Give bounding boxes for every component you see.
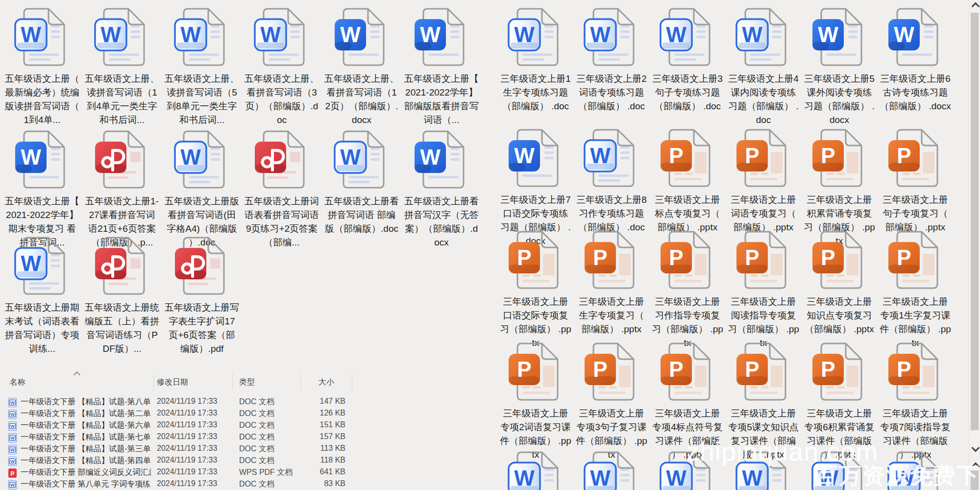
file-name: 五年级语文上册（最新编必考）统编版读拼音写词语（1到4单...: [5, 72, 79, 127]
file-list-row[interactable]: W一年级语文下册 【精品】试题-第六单元...2024/11/19 17:33D…: [0, 420, 372, 432]
svg-text:W: W: [10, 459, 15, 464]
file-list-row[interactable]: W一年级语文下册 【精品】试题-第七单元...2024/11/19 17:33D…: [0, 432, 372, 444]
file-name: 三年级语文上册3句子专项练习题（部编版） .doc: [651, 72, 724, 113]
svg-text:P: P: [669, 144, 683, 168]
file-item-partial[interactable]: W: [499, 451, 572, 490]
file-item[interactable]: W五年级语文上册版看拼音写词语(田字格A4)（部编版）.doc: [165, 130, 239, 249]
file-item[interactable]: W五年级语文上册、读拼音写词语（5到8单元一类生字和书后词...: [165, 7, 239, 127]
file-item[interactable]: P三年级语文上册词语专项复习（部编版） .pptx: [727, 128, 800, 234]
scrollbar-thumb[interactable]: [971, 13, 979, 430]
ppt-icon: P: [803, 230, 876, 292]
column-header-name[interactable]: 名称: [10, 377, 25, 388]
file-item[interactable]: W五年级语文上册【2021-2022学年】部编版版看拼音写词语（...: [404, 7, 479, 127]
file-item[interactable]: P三年级语文上册口语交际专项复习（部编版） .pptx: [499, 230, 572, 350]
file-item[interactable]: P三年级语文上册专项2词语复习课件（部编版） .pptx: [499, 342, 572, 462]
pdf-icon: [85, 130, 159, 191]
file-item[interactable]: P三年级语文上册专项1生字复习课件（部编版） .pptx: [879, 230, 952, 350]
svg-text:W: W: [260, 23, 281, 47]
column-separator[interactable]: [153, 373, 154, 391]
column-separator[interactable]: [232, 373, 233, 391]
file-name: 三年级语文上册5课外阅读专项练习题（部编版） .docx: [803, 72, 876, 127]
word-docx-icon: W: [499, 128, 572, 190]
row-file-size: 113 KB: [282, 444, 345, 453]
svg-text:W: W: [818, 23, 838, 47]
file-item[interactable]: 五年级语文上册统编版五（上）看拼音写词语练习（PDF版）...: [85, 236, 159, 356]
file-item[interactable]: P三年级语文上册专项7阅读指导复习课件（部编版） .pptx: [879, 342, 952, 462]
file-name: 五年级语文上册看拼音写词语 部编版（部编版）.doc: [324, 195, 399, 236]
file-name: 三年级语文上册生字专项复习（部编版） .pptx: [575, 295, 648, 336]
ppt-icon: P: [575, 342, 648, 403]
file-name: 五年级语文上册统编版五（上）看拼音写词语练习（PDF版）...: [85, 301, 159, 356]
file-item[interactable]: 五年级语文上册1-27课看拼音写词语21页+6页答案（部编版）.p...: [85, 130, 159, 249]
ppt-icon: P: [727, 128, 800, 190]
row-file-size: 157 KB: [282, 432, 345, 441]
file-item[interactable]: W五年级语文上册（最新编必考）统编版读拼音写词语（1到4单...: [5, 7, 79, 127]
svg-text:W: W: [420, 23, 441, 47]
row-file-name: 一年级语文下册 【精品】试题-第四单元...: [21, 456, 151, 466]
file-item[interactable]: P三年级语文上册标点专项复习（部编版） .pptx: [651, 128, 724, 234]
svg-text:P: P: [745, 357, 759, 381]
file-name: 三年级语文上册2词语专项练习题（部编版） .doc: [575, 72, 648, 113]
file-list-row[interactable]: W一年级语文下册 【精品】试题-第二单元...2024/11/19 17:33D…: [0, 409, 372, 420]
scrollbar-up-icon[interactable]: [972, 2, 980, 11]
file-item[interactable]: P三年级语文上册句子专项复习（部编版） .pptx: [879, 128, 952, 234]
file-item[interactable]: P三年级语文上册习作指导专项复习（部编版） .pptx: [651, 230, 724, 350]
file-item[interactable]: W三年级语文上册5课外阅读专项练习题（部编版） .docx: [803, 7, 876, 127]
file-item[interactable]: W三年级语文上册2词语专项练习题（部编版） .doc: [575, 7, 648, 113]
file-item[interactable]: 五年级语文上册词语表看拼音写词语9页练习+2页答案（部编...: [245, 130, 319, 249]
file-item-partial[interactable]: W: [575, 451, 648, 490]
row-file-name: 一年级语文下册 【精品】试题-第二单元...: [21, 409, 151, 419]
row-file-name: 一年级语文下册 第八单元 字词专项练习...: [21, 479, 151, 490]
word-file-icon: W: [8, 480, 17, 490]
vertical-scrollbar[interactable]: [969, 0, 980, 490]
svg-text:P: P: [669, 245, 683, 270]
file-item[interactable]: P三年级语文上册生字专项复习（部编版） .pptx: [575, 230, 648, 336]
svg-text:P: P: [821, 144, 835, 168]
svg-text:W: W: [21, 145, 41, 169]
file-item[interactable]: W五年级语文上册期末考试（词语表看拼音写词语）专项训练...: [5, 236, 79, 356]
svg-text:W: W: [10, 436, 15, 441]
file-item[interactable]: W五年级语文上册、读拼音写词语（1到4单元一类生字和书后词...: [85, 7, 159, 127]
file-item[interactable]: 五年级语文上册写字表生字扩词17页+6页答案（部编版）.pdf: [165, 236, 239, 356]
file-item[interactable]: W三年级语文上册1生字专项练习题（部编版） .doc: [499, 7, 572, 113]
row-file-size: 118 KB: [282, 456, 345, 465]
file-item[interactable]: W三年级语文上册8习作专项练习题（部编版） .doc: [575, 128, 648, 234]
file-list-row[interactable]: W一年级语文下册 【精品】试题-第八单元...2024/11/19 17:33D…: [0, 397, 372, 409]
file-item[interactable]: W三年级语文上册6古诗专项练习题（部编版） .docx: [879, 7, 952, 113]
file-item[interactable]: W五年级语文上册、看拼音写词语（3页）（部编版）.doc: [245, 7, 319, 127]
file-item[interactable]: W五年级语文上册【2021-2022学年】期末专项复习 看拼音写词...: [5, 130, 79, 249]
file-item[interactable]: W五年级语文上册看拼音写汉字（无答案）（部编版）.docx: [404, 130, 479, 249]
row-modified-date: 2024/11/19 17:33: [157, 467, 217, 476]
file-list-row[interactable]: W一年级语文下册 【精品】试题-第三单元...2024/11/19 17:33D…: [0, 444, 372, 456]
word-doc-icon: W: [499, 7, 572, 69]
file-item[interactable]: P三年级语文上册阅读指导专项复习（部编版） .pptx: [727, 230, 800, 350]
svg-text:P: P: [10, 470, 14, 477]
ppt-icon: P: [727, 230, 800, 292]
file-name: 五年级语文上册看拼音写汉字（无答案）（部编版）.docx: [404, 195, 479, 249]
ppt-icon: P: [879, 230, 952, 292]
svg-text:P: P: [669, 357, 683, 381]
column-header-type[interactable]: 类型: [239, 377, 255, 388]
file-list-row[interactable]: W一年级语文下册 第八单元 字词专项练习...2024/11/19 17:33D…: [0, 479, 372, 490]
file-item[interactable]: W五年级语文上册看拼音写词语 部编版（部编版）.doc: [324, 130, 399, 236]
file-item[interactable]: W五年级语文上册、看拼音写词语（12页）（部编版）.docx: [324, 7, 399, 127]
word-file-icon: W: [8, 409, 17, 419]
file-item[interactable]: P三年级语文上册专项3句子复习课件（部编版） .pptx: [575, 342, 648, 462]
column-separator[interactable]: [300, 373, 301, 391]
svg-text:W: W: [340, 145, 361, 169]
column-header-date[interactable]: 修改日期: [157, 377, 188, 388]
scrollbar-down-icon[interactable]: [972, 444, 980, 452]
file-list-row[interactable]: P一年级语文下册 部编近义词反义词汇总...2024/11/19 17:33WP…: [0, 467, 372, 479]
column-separator[interactable]: [352, 373, 352, 391]
file-item[interactable]: W三年级语文上册4课内阅读专项练习题（部编版） .doc: [727, 7, 800, 127]
column-header-size[interactable]: 大小: [318, 377, 334, 388]
file-name: 三年级语文上册知识点专项复习（部编版） .pptx: [803, 295, 876, 336]
file-list-row[interactable]: W一年级语文下册 【精品】试题-第四单元...2024/11/19 17:33D…: [0, 456, 372, 467]
word-doc-icon: W: [245, 7, 318, 69]
file-name: 五年级语文上册写字表生字扩词17页+6页答案（部编版）.pdf: [165, 301, 239, 356]
file-item[interactable]: W三年级语文上册3句子专项练习题（部编版） .doc: [651, 7, 724, 113]
row-file-type: DOC 文档: [239, 432, 274, 442]
row-file-name: 一年级语文下册 【精品】试题-第六单元...: [21, 420, 151, 431]
row-file-size: 147 KB: [282, 397, 345, 406]
file-item[interactable]: P三年级语文上册知识点专项复习（部编版） .pptx: [803, 230, 876, 336]
